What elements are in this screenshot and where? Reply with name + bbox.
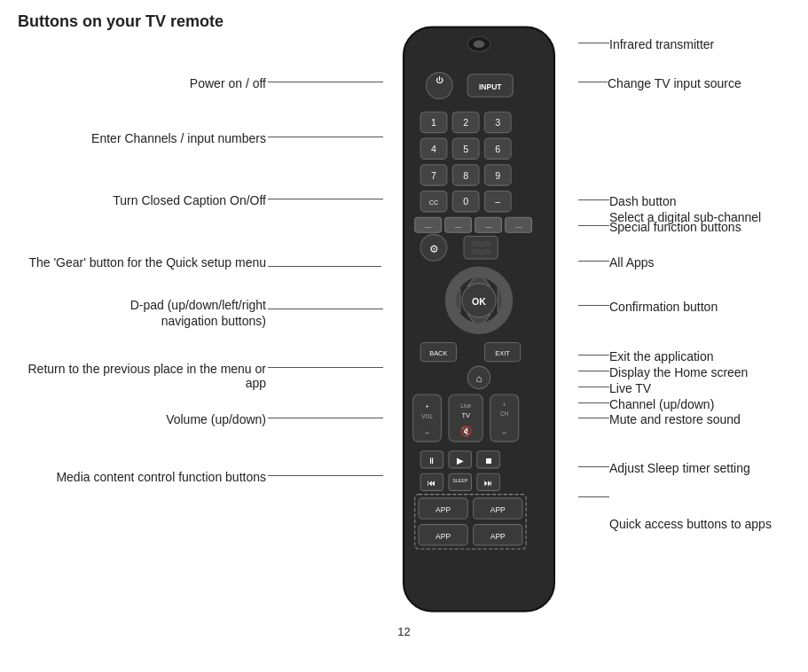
label-home: Display the Home screen	[609, 365, 748, 379]
svg-text:0: 0	[463, 196, 468, 207]
svg-text:⏮: ⏮	[428, 478, 436, 488]
label-gear: The 'Gear' button for the Quick setup me…	[18, 255, 266, 270]
svg-text:—: —	[485, 223, 492, 231]
svg-text:CH: CH	[500, 410, 509, 417]
label-infrared: Infrared transmitter	[609, 37, 714, 51]
svg-text:CC: CC	[429, 199, 439, 207]
label-livetv: Live TV	[609, 381, 651, 395]
svg-text:⏹: ⏹	[484, 456, 493, 465]
svg-text:5: 5	[463, 144, 468, 154]
svg-text:OK: OK	[472, 296, 486, 307]
label-channel: Channel (up/down)	[609, 397, 714, 411]
svg-text:3: 3	[495, 117, 500, 128]
label-power: Power on / off	[18, 76, 266, 90]
label-back: Return to the previous place in the menu…	[18, 362, 266, 390]
svg-point-2	[474, 41, 485, 49]
svg-text:⏭: ⏭	[484, 478, 493, 488]
label-special: Special function buttons	[609, 220, 741, 234]
label-volume: Volume (up/down)	[18, 412, 266, 426]
svg-text:7: 7	[431, 170, 436, 181]
svg-text:⏻: ⏻	[435, 75, 443, 84]
label-sleep: Adjust Sleep timer setting	[609, 461, 750, 475]
page-number: 12	[397, 625, 410, 638]
svg-text:INPUT: INPUT	[479, 82, 502, 91]
svg-text:SLEEP: SLEEP	[452, 478, 468, 483]
svg-text:⬛⬛⬛: ⬛⬛⬛	[472, 249, 490, 255]
svg-text:1: 1	[431, 117, 436, 128]
svg-text:APP: APP	[435, 532, 451, 541]
label-allapps: All Apps	[609, 255, 655, 270]
svg-text:6: 6	[495, 144, 500, 154]
svg-text:⏸: ⏸	[428, 456, 436, 465]
svg-text:—: —	[425, 223, 432, 231]
label-mute: Mute and restore sound	[609, 412, 741, 426]
svg-text:BACK: BACK	[429, 349, 447, 357]
label-quickapps: Quick access buttons to apps	[609, 517, 772, 531]
svg-text:+: +	[425, 402, 428, 410]
svg-text:VOL: VOL	[421, 413, 433, 419]
svg-text:TV: TV	[461, 411, 470, 419]
svg-text:+: +	[503, 402, 506, 408]
label-channels: Enter Channels / input numbers	[18, 131, 266, 145]
svg-text:2: 2	[463, 117, 468, 128]
svg-text:APP: APP	[490, 532, 506, 541]
label-dpad: D-pad (up/down/left/rightnavigation butt…	[18, 297, 266, 329]
label-media: Media content control function buttons	[18, 470, 266, 484]
label-exit: Exit the application	[609, 349, 714, 363]
label-caption: Turn Closed Caption On/Off	[18, 193, 266, 207]
svg-text:▶: ▶	[457, 456, 464, 465]
svg-rect-41	[464, 237, 498, 260]
svg-text:Live: Live	[460, 402, 471, 409]
svg-text:4: 4	[431, 144, 436, 154]
svg-text:–: –	[495, 196, 500, 207]
svg-text:APP: APP	[435, 505, 451, 514]
svg-text:8: 8	[463, 170, 468, 181]
label-confirm: Confirmation button	[609, 300, 718, 314]
svg-text:—: —	[455, 223, 462, 231]
svg-text:—: —	[515, 223, 522, 231]
label-input: Change TV input source	[608, 76, 741, 90]
svg-text:⌂: ⌂	[475, 372, 482, 384]
svg-text:⚙: ⚙	[429, 243, 439, 254]
svg-text:EXIT: EXIT	[495, 349, 510, 357]
svg-text:⬛⬛⬛: ⬛⬛⬛	[472, 241, 490, 247]
remote-image: ⏻ INPUT 1 2 3 4 5 6 7 8 9	[381, 18, 577, 621]
svg-text:9: 9	[495, 170, 500, 181]
svg-text:APP: APP	[490, 505, 506, 514]
svg-text:🔇: 🔇	[460, 426, 473, 437]
